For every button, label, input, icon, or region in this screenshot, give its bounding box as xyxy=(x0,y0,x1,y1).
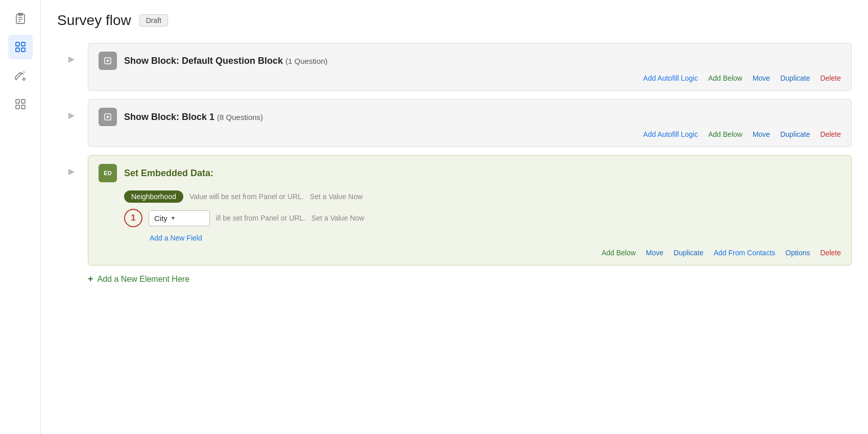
ed-icon: ED xyxy=(99,164,117,182)
neighborhood-set-value-link[interactable]: Set a Value Now xyxy=(310,192,363,201)
arrow-icon-3: ▶ xyxy=(68,166,75,176)
svg-rect-5 xyxy=(16,42,19,46)
block1-duplicate-link[interactable]: Duplicate xyxy=(780,74,810,82)
main-content: Survey flow Draft ▶ xyxy=(41,0,868,434)
svg-rect-8 xyxy=(21,48,25,52)
city-dropdown[interactable]: City ▾ xyxy=(149,210,210,226)
block2-icon xyxy=(99,108,117,126)
neighborhood-value-text: Value will be set from Panel or URL. xyxy=(189,192,304,201)
block2-duplicate-link[interactable]: Duplicate xyxy=(780,130,810,138)
default-question-block: Show Block: Default Question Block (1 Qu… xyxy=(88,43,852,91)
block2-autofill-link[interactable]: Add Autofill Logic xyxy=(643,130,698,138)
page-title: Survey flow xyxy=(57,12,131,29)
arrow-icon-2: ▶ xyxy=(68,110,75,120)
paint-icon[interactable] xyxy=(8,63,33,88)
block1-title: Show Block: Default Question Block (1 Qu… xyxy=(124,56,328,66)
embedded-options-link[interactable]: Options xyxy=(785,249,810,257)
block2-actions: Add Autofill Logic Add Below Move Duplic… xyxy=(99,130,841,138)
svg-point-9 xyxy=(23,78,25,80)
add-element-plus-icon: + xyxy=(88,274,93,284)
header: Survey flow Draft xyxy=(57,12,852,29)
filter-settings-icon[interactable] xyxy=(8,92,33,116)
svg-point-15 xyxy=(107,60,109,62)
block2-delete-link[interactable]: Delete xyxy=(821,130,841,138)
embedded-data-block: ▶ ED Set Embedded Data: Neighborhood Val… xyxy=(88,155,852,266)
block1-header: Show Block: Default Question Block (1 Qu… xyxy=(99,52,841,70)
svg-rect-7 xyxy=(21,42,25,46)
embedded-fields: Neighborhood Value will be set from Pane… xyxy=(99,190,841,243)
flow-container: ▶ Show Block: Default Question Block (1 … xyxy=(57,43,852,284)
block1-actions: Add Autofill Logic Add Below Move Duplic… xyxy=(99,74,841,82)
svg-rect-13 xyxy=(21,105,25,109)
block2-subtitle: (8 Questions) xyxy=(217,113,263,122)
flow-items: ▶ Show Block: Default Question Block (1 … xyxy=(88,43,852,284)
add-new-field-link[interactable]: Add a New Field xyxy=(150,234,202,242)
block2-move-link[interactable]: Move xyxy=(753,130,770,138)
embedded-move-link[interactable]: Move xyxy=(646,249,663,257)
block2-header: Show Block: Block 1 (8 Questions) xyxy=(99,108,841,126)
city-value-text: ill be set from Panel or URL. xyxy=(216,214,305,222)
block2-title: Show Block: Block 1 (8 Questions) xyxy=(124,112,263,123)
embedded-add-below-link[interactable]: Add Below xyxy=(601,249,636,257)
block1-autofill-link[interactable]: Add Autofill Logic xyxy=(643,74,698,82)
draft-badge: Draft xyxy=(139,14,168,27)
svg-rect-10 xyxy=(16,100,19,103)
block2-add-below-link[interactable]: Add Below xyxy=(708,130,742,138)
embedded-duplicate-link[interactable]: Duplicate xyxy=(673,249,703,257)
city-set-value-link[interactable]: Set a Value Now xyxy=(311,214,364,222)
neighborhood-row: Neighborhood Value will be set from Pane… xyxy=(124,190,841,203)
survey-flow-icon[interactable] xyxy=(8,35,33,59)
block1-move-link[interactable]: Move xyxy=(753,74,770,82)
block1-subtitle: (1 Question) xyxy=(285,57,328,65)
block1-icon xyxy=(99,52,117,70)
embedded-title: Set Embedded Data: xyxy=(124,168,213,179)
embedded-add-contacts-link[interactable]: Add From Contacts xyxy=(714,249,776,257)
dropdown-chevron-icon: ▾ xyxy=(172,214,175,222)
block-default-question: ▶ Show Block: Default Question Block (1 … xyxy=(88,43,852,91)
embedded-block-inner: ED Set Embedded Data: Neighborhood Value… xyxy=(88,155,852,266)
city-row: 1 City ▾ ill be set from Panel or URL. S… xyxy=(124,209,841,227)
block1-delete-link[interactable]: Delete xyxy=(821,74,841,82)
city-circle-badge: 1 xyxy=(124,209,142,227)
embedded-header: ED Set Embedded Data: xyxy=(99,164,841,182)
add-element-row[interactable]: + Add a New Element Here xyxy=(88,274,852,284)
svg-rect-12 xyxy=(16,105,19,109)
embedded-actions: Add Below Move Duplicate Add From Contac… xyxy=(99,249,841,257)
add-element-label: Add a New Element Here xyxy=(98,275,190,284)
block-block1: ▶ Show Block: Block 1 (8 Questions) xyxy=(88,99,852,147)
clipboard-icon[interactable] xyxy=(8,6,33,31)
sidebar xyxy=(0,0,41,434)
svg-rect-6 xyxy=(16,48,19,52)
city-dropdown-text: City xyxy=(154,214,167,223)
arrow-icon-1: ▶ xyxy=(68,54,75,64)
svg-rect-11 xyxy=(21,100,25,103)
embedded-delete-link[interactable]: Delete xyxy=(821,249,841,257)
svg-point-17 xyxy=(107,116,109,118)
neighborhood-tag: Neighborhood xyxy=(124,190,183,203)
block2-inner: Show Block: Block 1 (8 Questions) Add Au… xyxy=(88,99,852,147)
block1-add-below-link[interactable]: Add Below xyxy=(708,74,742,82)
